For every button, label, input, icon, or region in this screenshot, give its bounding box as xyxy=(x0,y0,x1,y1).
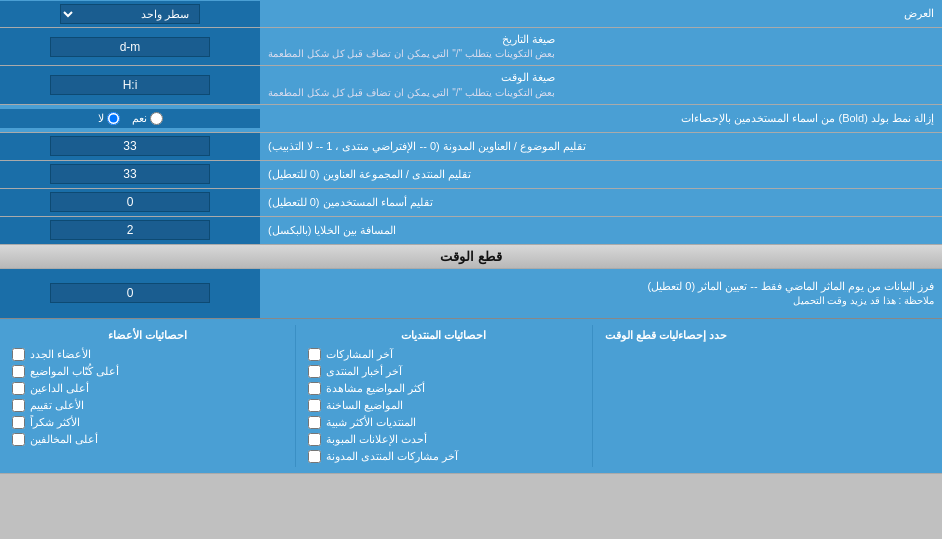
display-select-wrapper: سطر واحد سطرين ثلاثة أسطر xyxy=(0,1,260,27)
checkbox-last-posts: آخر المشاركات xyxy=(308,348,579,361)
checkbox-top-violators: أعلى المخالفين xyxy=(12,433,283,446)
checkbox-forum-blog-posts-input[interactable] xyxy=(308,450,321,463)
checkbox-top-inviters: أعلى الداعين xyxy=(12,382,283,395)
cutoff-filter-label: فرز البيانات من يوم الماثر الماضي فقط --… xyxy=(260,274,942,312)
bold-remove-label: إزالة نمط بولد (Bold) من اسماء المستخدمي… xyxy=(260,108,942,129)
checkbox-forum-news: آخر أخبار المنتدى xyxy=(308,365,579,378)
checkbox-new-members-input[interactable] xyxy=(12,348,25,361)
checkbox-top-posters-input[interactable] xyxy=(12,365,25,378)
bold-remove-row: إزالة نمط بولد (Bold) من اسماء المستخدمي… xyxy=(0,105,942,133)
date-format-label: صيغة التاريخ بعض التكوينات يتطلب "/" الت… xyxy=(260,28,942,65)
cutoff-filter-input[interactable]: 0 xyxy=(50,283,210,303)
username-trim-input-wrapper: 0 xyxy=(0,189,260,216)
member-stats-header: احصائيات الأعضاء xyxy=(12,329,283,342)
display-select[interactable]: سطر واحد سطرين ثلاثة أسطر xyxy=(60,4,200,24)
checkbox-top-violators-input[interactable] xyxy=(12,433,25,446)
bold-yes-option[interactable]: نعم xyxy=(132,112,163,125)
cell-spacing-input-wrapper: 2 xyxy=(0,217,260,244)
checkbox-hot-topics-input[interactable] xyxy=(308,399,321,412)
forum-address-input-wrapper: 33 xyxy=(0,161,260,188)
checkbox-forum-news-input[interactable] xyxy=(308,365,321,378)
checkbox-top-posters: أعلى كُتّاب المواضيع xyxy=(12,365,283,378)
display-row: العرض سطر واحد سطرين ثلاثة أسطر xyxy=(0,0,942,28)
checkbox-top-rated: الأعلى تقييم xyxy=(12,399,283,412)
time-format-row: صيغة الوقت بعض التكوينات يتطلب "/" التي … xyxy=(0,66,942,104)
username-trim-row: تقليم أسماء المستخدمين (0 للتعطيل) 0 xyxy=(0,189,942,217)
forum-address-input[interactable]: 33 xyxy=(50,164,210,184)
cell-spacing-row: المسافة بين الخلايا (بالبكسل) 2 xyxy=(0,217,942,245)
topic-address-input-wrapper: 33 xyxy=(0,133,260,160)
limit-label: حدد إحصاءليات قطع الوقت xyxy=(605,329,727,342)
date-format-input[interactable]: d-m xyxy=(50,37,210,57)
cutoff-section-header: قطع الوقت xyxy=(0,245,942,269)
checkbox-most-viewed-input[interactable] xyxy=(308,382,321,395)
checkbox-hot-topics: المواضيع الساخنة xyxy=(308,399,579,412)
date-format-row: صيغة التاريخ بعض التكوينات يتطلب "/" الت… xyxy=(0,28,942,66)
time-format-label: صيغة الوقت بعض التكوينات يتطلب "/" التي … xyxy=(260,66,942,103)
date-format-input-wrapper: d-m xyxy=(0,28,260,65)
username-trim-label: تقليم أسماء المستخدمين (0 للتعطيل) xyxy=(260,189,942,216)
checkbox-most-thanks: الأكثر شكراً xyxy=(12,416,283,429)
checkbox-forum-blog-posts: آخر مشاركات المنتدى المدونة xyxy=(308,450,579,463)
checkbox-top-inviters-input[interactable] xyxy=(12,382,25,395)
time-format-input[interactable]: H:i xyxy=(50,75,210,95)
bold-no-option[interactable]: لا xyxy=(98,112,120,125)
forum-stats-col: احصائيات المنتديات آخر المشاركات آخر أخب… xyxy=(296,325,591,467)
time-format-input-wrapper: H:i xyxy=(0,66,260,103)
checkbox-most-viewed: أكثر المواضيع مشاهدة xyxy=(308,382,579,395)
checkbox-last-posts-input[interactable] xyxy=(308,348,321,361)
forum-stats-header: احصائيات المنتديات xyxy=(308,329,579,342)
forum-address-row: تقليم المنتدى / المجموعة العناوين (0 للت… xyxy=(0,161,942,189)
topic-address-input[interactable]: 33 xyxy=(50,136,210,156)
topic-address-row: تقليم الموضوع / العناوين المدونة (0 -- ا… xyxy=(0,133,942,161)
bold-no-radio[interactable] xyxy=(107,112,120,125)
member-stats-col: احصائيات الأعضاء الأعضاء الجدد أعلى كُتّ… xyxy=(0,325,295,467)
forum-address-label: تقليم المنتدى / المجموعة العناوين (0 للت… xyxy=(260,161,942,188)
checkbox-similar-forums: المنتديات الأكثر شبية xyxy=(308,416,579,429)
topic-address-label: تقليم الموضوع / العناوين المدونة (0 -- ا… xyxy=(260,133,942,160)
cell-spacing-label: المسافة بين الخلايا (بالبكسل) xyxy=(260,217,942,244)
cutoff-filter-row: فرز البيانات من يوم الماثر الماضي فقط --… xyxy=(0,269,942,319)
checkbox-new-members: الأعضاء الجدد xyxy=(12,348,283,361)
cutoff-filter-input-wrapper: 0 xyxy=(0,269,260,318)
bold-yes-radio[interactable] xyxy=(150,112,163,125)
checkboxes-area: حدد إحصاءليات قطع الوقت احصائيات المنتدي… xyxy=(0,319,942,474)
checkbox-most-thanks-input[interactable] xyxy=(12,416,25,429)
username-trim-input[interactable]: 0 xyxy=(50,192,210,212)
checkbox-classifieds: أحدث الإعلانات المبوبة xyxy=(308,433,579,446)
cell-spacing-input[interactable]: 2 xyxy=(50,220,210,240)
display-label: العرض xyxy=(260,3,942,24)
checkbox-top-rated-input[interactable] xyxy=(12,399,25,412)
bold-remove-options: نعم لا xyxy=(0,109,260,128)
checkbox-similar-forums-input[interactable] xyxy=(308,416,321,429)
checkbox-classifieds-input[interactable] xyxy=(308,433,321,446)
limit-label-col: حدد إحصاءليات قطع الوقت xyxy=(593,325,943,467)
